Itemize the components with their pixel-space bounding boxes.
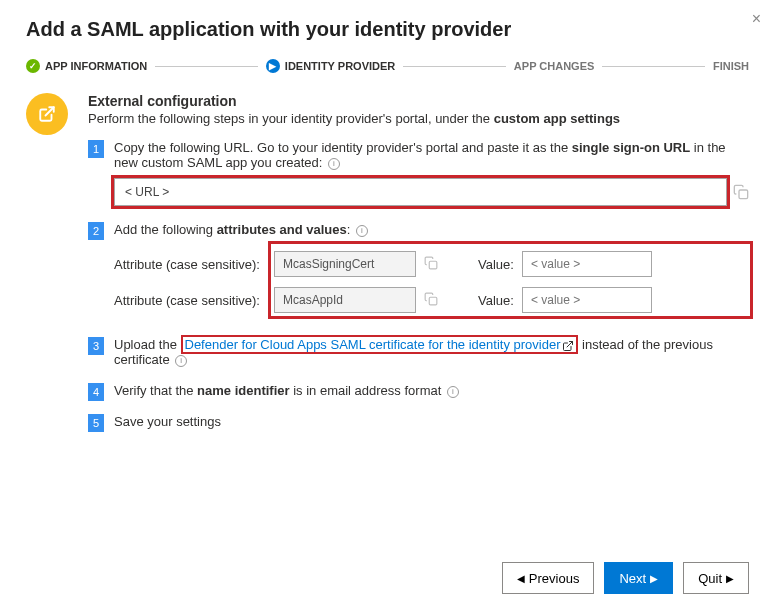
attribute-value-input-1[interactable] — [522, 251, 652, 277]
copy-icon[interactable] — [424, 256, 440, 272]
certificate-download-link[interactable]: Defender for Cloud Apps SAML certificate… — [185, 337, 561, 352]
attribute-row-2: Attribute (case sensitive): Value: — [114, 287, 743, 313]
stepper-label: APP CHANGES — [514, 60, 594, 72]
stepper-app-changes[interactable]: APP CHANGES — [514, 60, 594, 72]
info-icon[interactable]: i — [175, 355, 187, 367]
next-label: Next — [619, 571, 646, 586]
stepper-label: FINISH — [713, 60, 749, 72]
stepper-label: APP INFORMATION — [45, 60, 147, 72]
current-step-icon: ▶ — [266, 59, 280, 73]
quit-button[interactable]: Quit ▶ — [683, 562, 749, 594]
dialog-title: Add a SAML application with your identit… — [26, 18, 749, 41]
attribute-label: Attribute (case sensitive): — [114, 293, 266, 308]
stepper-divider — [602, 66, 705, 67]
attribute-name-input-1[interactable] — [274, 251, 416, 277]
chevron-right-icon: ▶ — [726, 573, 734, 584]
section-desc-bold: custom app settings — [494, 111, 620, 126]
close-icon[interactable]: × — [752, 10, 761, 28]
previous-label: Previous — [529, 571, 580, 586]
section-title: External configuration — [88, 93, 749, 109]
info-icon[interactable]: i — [328, 158, 340, 170]
quit-label: Quit — [698, 571, 722, 586]
attribute-row-1: Attribute (case sensitive): Value: — [114, 251, 743, 277]
chevron-right-icon: ▶ — [650, 573, 658, 584]
wizard-stepper: ✓ APP INFORMATION ▶ IDENTITY PROVIDER AP… — [26, 59, 749, 73]
attribute-value-input-2[interactable] — [522, 287, 652, 313]
previous-button[interactable]: ◀ Previous — [502, 562, 595, 594]
chevron-left-icon: ◀ — [517, 573, 525, 584]
copy-icon[interactable] — [424, 292, 440, 308]
instruction-step-2: Add the following attributes and values:… — [88, 222, 749, 321]
svg-rect-2 — [429, 297, 437, 305]
value-label: Value: — [478, 257, 514, 272]
stepper-divider — [155, 66, 258, 67]
section-desc-pre: Perform the following steps in your iden… — [88, 111, 494, 126]
attribute-name-input-2[interactable] — [274, 287, 416, 313]
stepper-label: IDENTITY PROVIDER — [285, 60, 395, 72]
instruction-step-5: Save your settings — [88, 414, 749, 429]
info-icon[interactable]: i — [356, 225, 368, 237]
copy-icon[interactable] — [733, 184, 749, 200]
stepper-finish[interactable]: FINISH — [713, 60, 749, 72]
instruction-step-4: Verify that the name identifier is in em… — [88, 383, 749, 398]
instruction-step-1: Copy the following URL. Go to your ident… — [88, 140, 749, 206]
dialog-footer: ◀ Previous Next ▶ Quit ▶ — [26, 552, 749, 594]
external-link-icon — [562, 340, 574, 352]
next-button[interactable]: Next ▶ — [604, 562, 673, 594]
stepper-divider — [403, 66, 506, 67]
instruction-step-3: Upload the Defender for Cloud Apps SAML … — [88, 337, 749, 367]
value-label: Value: — [478, 293, 514, 308]
info-icon[interactable]: i — [447, 386, 459, 398]
svg-rect-0 — [739, 190, 748, 199]
external-link-circle-icon — [26, 93, 68, 135]
check-icon: ✓ — [26, 59, 40, 73]
stepper-identity-provider[interactable]: ▶ IDENTITY PROVIDER — [266, 59, 395, 73]
section-description: Perform the following steps in your iden… — [88, 111, 749, 126]
attribute-label: Attribute (case sensitive): — [114, 257, 266, 272]
sso-url-field[interactable]: < URL > — [114, 178, 727, 206]
stepper-app-information[interactable]: ✓ APP INFORMATION — [26, 59, 147, 73]
saml-wizard-dialog: × Add a SAML application with your ident… — [0, 0, 775, 608]
svg-rect-1 — [429, 261, 437, 269]
